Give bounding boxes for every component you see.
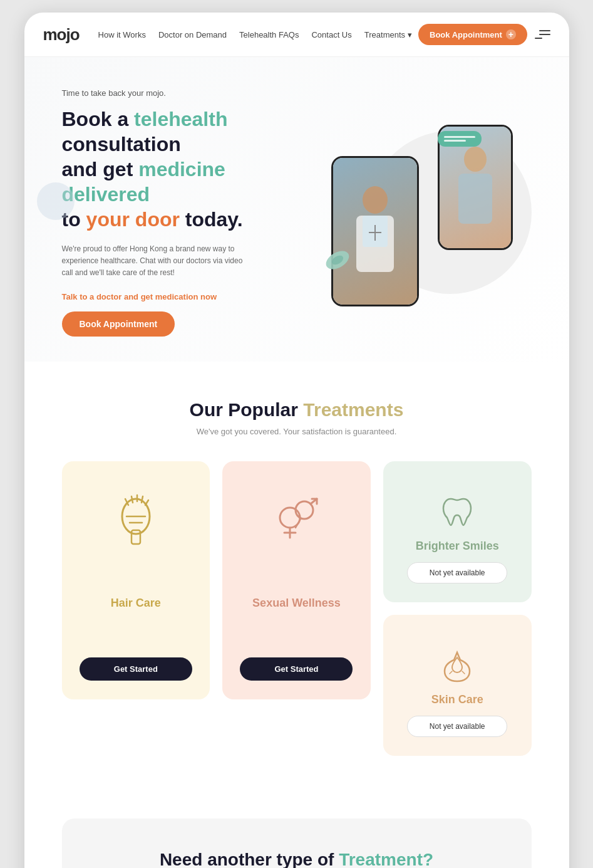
menu-line-2 xyxy=(539,34,550,35)
treatment-card-sexual-wellness: Sexual Wellness Get Started xyxy=(222,461,371,699)
patient-image xyxy=(453,144,497,231)
svg-point-5 xyxy=(464,147,487,172)
brighter-smiles-name: Brighter Smiles xyxy=(416,540,499,553)
hero-description: We're proud to offer Hong Kong a brand n… xyxy=(62,243,250,280)
chat-line-1 xyxy=(444,136,475,138)
menu-line-3 xyxy=(535,38,542,39)
hero-tagline: Time to take back your mojo. xyxy=(62,88,287,98)
svg-line-27 xyxy=(462,671,465,674)
nav-item-doctor-demand[interactable]: Doctor on Demand xyxy=(158,30,227,39)
treatment-card-hair-care: Hair Care Get Started xyxy=(62,461,210,699)
treatments-section: Our Popular Treatments We've got you cov… xyxy=(24,362,569,781)
treatments-subtitle: We've got you covered. Your satisfaction… xyxy=(62,427,532,436)
skin-care-not-available-button: Not yet available xyxy=(407,716,507,737)
need-treatment-wrapper: Need another type of Treatment? Try our … xyxy=(24,781,569,868)
nav-item-how-it-works[interactable]: How it Works xyxy=(98,30,146,39)
treatment-card-brighter-smiles: Brighter Smiles Not yet available xyxy=(383,461,532,602)
hero-content: Time to take back your mojo. Book a tele… xyxy=(62,88,287,337)
skin-care-name: Skin Care xyxy=(431,693,483,706)
svg-line-25 xyxy=(296,519,301,528)
svg-line-26 xyxy=(450,671,452,674)
nav-item-contact-us[interactable]: Contact Us xyxy=(311,30,351,39)
chat-bubble xyxy=(438,131,482,147)
treatment-card-skin-care: Skin Care Not yet available xyxy=(383,615,532,756)
treatments-title: Our Popular Treatments xyxy=(62,399,532,421)
phone-doctor-inner xyxy=(333,158,417,305)
brighter-smiles-not-available-button: Not yet available xyxy=(407,562,507,583)
menu-line-1 xyxy=(539,30,550,31)
hero-section: Time to take back your mojo. Book a tele… xyxy=(24,57,569,362)
book-appointment-nav-button[interactable]: Book Appointment + xyxy=(418,24,527,45)
sexual-wellness-get-started-button[interactable]: Get Started xyxy=(240,657,353,681)
sexual-wellness-name: Sexual Wellness xyxy=(252,597,341,610)
brighter-smiles-icon xyxy=(438,493,476,530)
hair-care-name: Hair Care xyxy=(111,597,161,610)
phone-doctor xyxy=(331,156,419,306)
need-treatment-title: Need another type of Treatment? xyxy=(87,850,507,868)
hamburger-menu-button[interactable] xyxy=(535,24,555,44)
sexual-wellness-icon xyxy=(268,493,324,549)
book-appointment-hero-button[interactable]: Book Appointment xyxy=(62,311,175,337)
hair-care-get-started-button[interactable]: Get Started xyxy=(80,657,192,681)
svg-point-0 xyxy=(363,186,388,214)
skin-care-icon xyxy=(438,646,476,684)
nav-item-telehealth-faqs[interactable]: Telehealth FAQs xyxy=(239,30,299,39)
hero-title: Book a telehealth consultationand get me… xyxy=(62,107,287,232)
hero-cta-link[interactable]: Talk to a doctor and get medication now xyxy=(62,292,287,301)
chevron-down-icon: ▾ xyxy=(408,30,412,39)
nav-item-treatments[interactable]: Treatments ▾ xyxy=(364,30,412,39)
svg-line-11 xyxy=(131,496,133,503)
treatments-grid: Hair Care Get Started xyxy=(62,461,532,756)
svg-rect-17 xyxy=(131,530,140,544)
hair-care-icon xyxy=(108,493,164,549)
nav-actions: Book Appointment + xyxy=(418,24,555,45)
decorative-circle xyxy=(37,182,75,220)
logo: mojo xyxy=(43,25,80,44)
svg-rect-6 xyxy=(458,174,492,224)
plus-circle-icon: + xyxy=(506,29,516,39)
chat-line-2 xyxy=(444,140,466,142)
phone-mockups xyxy=(306,112,532,313)
nav-links: How it Works Doctor on Demand Telehealth… xyxy=(98,30,412,39)
need-treatment-section: Need another type of Treatment? Try our … xyxy=(62,818,532,868)
navbar: mojo How it Works Doctor on Demand Teleh… xyxy=(24,13,569,57)
hero-visual xyxy=(306,112,532,313)
doctor-image xyxy=(350,181,400,281)
pill-decoration xyxy=(319,241,356,281)
